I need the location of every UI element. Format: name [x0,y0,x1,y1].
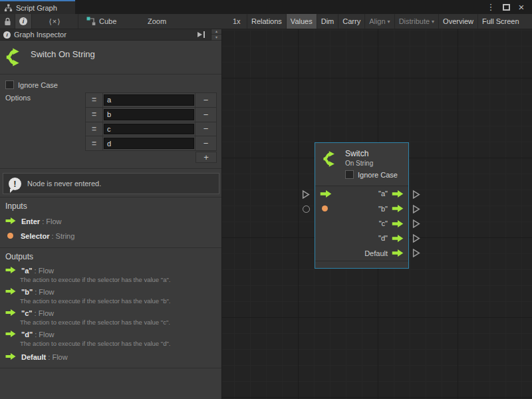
option-row: = − [86,108,216,122]
option-input[interactable] [104,109,194,120]
toolbar-button-distribute[interactable]: Distribute▾ [394,14,438,29]
warning-box: ! Node is never entered. [3,173,219,194]
toolbar-button-values[interactable]: Values [286,14,317,29]
inspector-toggle-button[interactable]: i [15,14,32,29]
output-desc-a: The action to execute if the selector ha… [20,276,170,283]
ignore-case-label: Ignore Case [18,81,58,89]
node-port-rows: "a" "b" "c" "d" Default [315,186,408,261]
lock-icon [4,17,11,26]
node-ignore-case-checkbox[interactable] [345,170,354,179]
node-header: Switch On String Ignore Case [315,143,408,186]
graph-target-label: Cube [99,17,116,25]
node-title: Switch [345,149,368,158]
graph-hierarchy-icon [4,4,13,12]
switch-node-icon [323,150,340,168]
node-subtitle: On String [345,160,373,167]
node-ignore-case-label: Ignore Case [358,171,398,179]
toolbar-button-fullscreen[interactable]: Full Screen [477,14,523,29]
external-flow-port-icon[interactable] [302,190,310,199]
output-row-a: "a" : Flow [5,265,54,275]
add-option-button[interactable]: + [196,152,217,163]
dropdown-arrow-icon: ▾ [432,19,434,25]
output-desc-d: The action to execute if the selector ha… [20,340,170,347]
code-icon: ⟨×⟩ [49,17,61,26]
drag-handle-icon[interactable]: = [86,136,103,150]
toolbar-button-align[interactable]: Align▾ [364,14,394,29]
remove-option-button[interactable]: − [195,136,216,150]
node-ignore-case-row: Ignore Case [345,170,398,179]
graph-canvas[interactable]: Switch On String Ignore Case "a" "b" [222,29,532,399]
flow-arrow-icon [5,288,16,295]
lock-button[interactable] [0,14,15,29]
external-output-port-icon[interactable] [412,234,420,243]
dock-glyph [198,31,205,38]
option-input[interactable] [104,94,194,106]
option-input[interactable] [104,124,194,135]
maximize-glyph [503,4,510,11]
warning-icon: ! [9,178,21,190]
panel-scroll-stepper: ▴ ▾ [211,29,221,41]
output-port-icon[interactable] [392,220,404,227]
remove-option-button[interactable]: − [195,108,216,122]
switch-on-string-node[interactable]: Switch On String Ignore Case "a" "b" [315,142,409,269]
drag-handle-icon[interactable]: = [86,108,103,122]
inspector-node-title: Switch On String [31,49,95,59]
port-label: "d" [378,234,388,242]
external-output-port-icon[interactable] [412,205,420,213]
scroll-down-button[interactable]: ▾ [211,35,221,41]
graph-inspector-panel: i Graph Inspector ▴ ▾ Switch On String I… [0,29,222,399]
output-row-c: "c" : Flow [5,308,54,317]
port-label: "c" [379,219,388,227]
external-output-port-icon[interactable] [412,190,420,199]
toolbar-button-overview[interactable]: Overview [438,14,477,29]
output-desc-c: The action to execute if the selector ha… [20,319,170,326]
zoom-value: 1x [233,17,241,25]
port-row-selector-b: "b" [320,201,404,215]
graph-toolbar: i ⟨×⟩ Cube Zoom 1x Relations Values Dim … [0,14,532,29]
toolbar-button-relations[interactable]: Relations [247,14,286,29]
option-input[interactable] [104,138,194,149]
port-row-d: "d" [320,231,404,245]
port-row-c: "c" [320,216,404,231]
port-label: "a" [378,190,388,198]
external-output-port-icon[interactable] [412,249,420,257]
window-close-icon[interactable]: × [515,0,528,14]
info-icon: i [3,31,11,39]
divider [0,197,221,198]
output-port-icon[interactable] [392,190,404,198]
window-maximize-icon[interactable] [500,0,512,14]
drag-handle-icon[interactable]: = [86,93,103,107]
inspector-header: i Graph Inspector ▴ ▾ [0,29,221,41]
remove-option-button[interactable]: − [195,93,216,107]
output-port-icon[interactable] [392,205,404,212]
toolbar-button-carry[interactable]: Carry [338,14,364,29]
selector-port-icon[interactable] [322,205,328,211]
input-row-selector: Selector : String [5,231,74,240]
scroll-up-button[interactable]: ▴ [211,29,221,35]
graph-target-button[interactable]: Cube [86,14,140,29]
port-row-enter-a: "a" [320,186,404,201]
warning-text: Node is never entered. [27,180,101,188]
window-menu-icon[interactable]: ⋮ [485,0,496,14]
toolbar-button-dim[interactable]: Dim [317,14,338,29]
remove-option-button[interactable]: − [195,122,216,136]
output-row-b: "b" : Flow [5,287,55,296]
enter-port-icon[interactable] [320,190,332,198]
node-inspector-title: Switch On String [0,41,221,74]
dock-panel-icon[interactable] [196,31,207,38]
ignore-case-checkbox[interactable] [5,80,14,89]
external-output-port-icon[interactable] [412,219,420,228]
output-port-icon[interactable] [392,235,404,242]
drag-handle-icon[interactable]: = [86,122,103,136]
option-row: = − [86,122,216,137]
dropdown-arrow-icon: ▾ [388,19,390,25]
external-value-port-icon[interactable] [303,205,310,213]
output-port-icon[interactable] [392,249,404,257]
divider [0,247,221,248]
port-row-default: Default [320,246,404,261]
option-row: = − [86,136,216,150]
object-graph-icon [86,17,96,26]
code-preview-button[interactable]: ⟨×⟩ [32,14,78,29]
tab-script-graph[interactable]: Script Graph [0,0,75,14]
node-footer [315,261,408,268]
